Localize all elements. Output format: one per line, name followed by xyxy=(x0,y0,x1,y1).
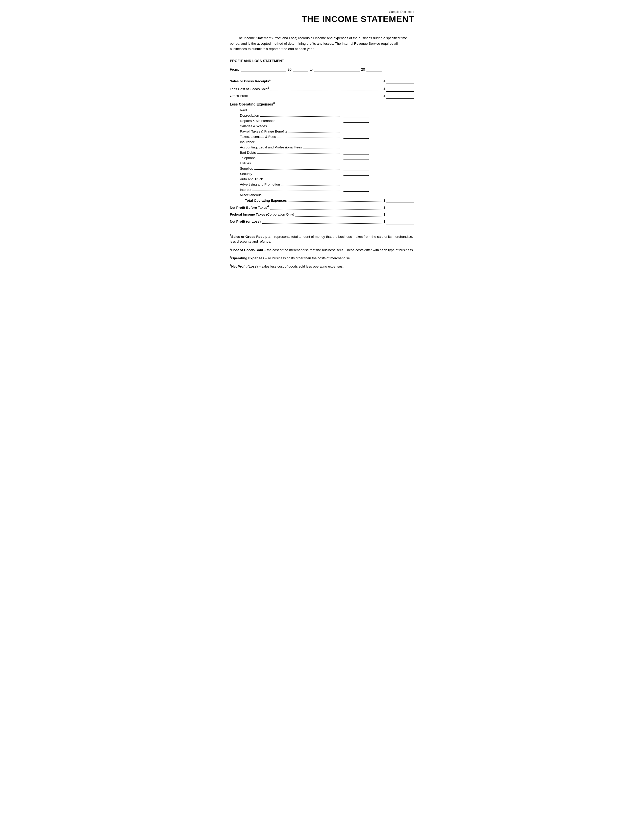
depreciation-row: Depreciation xyxy=(240,113,414,117)
main-rows: Sales or Gross Receipts1 $ Less Cost of … xyxy=(230,77,414,99)
supplies-amount[interactable] xyxy=(343,166,369,170)
cogs-amount[interactable] xyxy=(386,88,414,92)
net-profit-before-taxes-label: Net Profit Before Taxes4 xyxy=(230,204,269,210)
repairs-row: Repairs & Maintenance xyxy=(240,119,414,123)
total-expenses-dollar-field: $ xyxy=(383,198,414,203)
from-label: From: xyxy=(230,68,239,71)
to-label: to xyxy=(310,68,313,71)
accounting-label: Accounting, Legal and Professional Fees xyxy=(240,145,302,149)
repairs-label: Repairs & Maintenance xyxy=(240,119,275,123)
depreciation-amount[interactable] xyxy=(343,113,369,117)
footnote-1-bold: Sales or Gross Receipts xyxy=(231,235,270,238)
accounting-row: Accounting, Legal and Professional Fees xyxy=(240,145,414,149)
auto-amount[interactable] xyxy=(343,177,369,181)
year-label-2: 20 xyxy=(361,68,365,71)
advertising-label: Advertising and Promotion xyxy=(240,182,280,186)
net-profit-loss-amount[interactable] xyxy=(386,220,414,224)
footnote-3-bold: Operating Expenses xyxy=(231,256,264,260)
rent-label: Rent xyxy=(240,108,247,112)
advertising-row: Advertising and Promotion xyxy=(240,182,414,186)
misc-row: Miscellaneous xyxy=(240,193,414,197)
telephone-amount[interactable] xyxy=(343,156,369,160)
cogs-dollar-field: $ xyxy=(383,86,414,92)
salaries-label: Salaries & Wages xyxy=(240,124,267,128)
footnote-4-bold: Net Profit (Loss) xyxy=(231,265,258,269)
expenses-title: Less Operating Expenses3 xyxy=(230,101,414,106)
salaries-row: Salaries & Wages xyxy=(240,124,414,128)
bad-debts-amount[interactable] xyxy=(343,150,369,154)
security-amount[interactable] xyxy=(343,172,369,176)
taxes-label: Taxes, Licenses & Fees xyxy=(240,135,276,138)
payroll-row: Payroll Taxes & Fringe Benefits xyxy=(240,129,414,133)
gross-profit-row: Gross Profit $ xyxy=(230,93,414,99)
from-line: From: 20 to 20 xyxy=(230,68,414,71)
accounting-amount[interactable] xyxy=(343,145,369,149)
to-date-field[interactable] xyxy=(314,68,360,71)
taxes-amount[interactable] xyxy=(343,135,369,138)
insurance-row: Insurance xyxy=(240,140,414,144)
expense-rows: Rent Depreciation Repairs & Maintenance … xyxy=(240,108,414,197)
payroll-label: Payroll Taxes & Fringe Benefits xyxy=(240,130,287,133)
total-expenses-row: Total Operating Expenses $ xyxy=(230,198,414,203)
federal-income-taxes-label: Federal Income Taxes xyxy=(230,212,265,217)
federal-income-taxes-suffix: (Corporation Only) xyxy=(265,212,294,217)
net-profit-before-taxes-dollar: $ xyxy=(383,205,414,211)
cogs-row: Less Cost of Goods Sold2 $ xyxy=(230,85,414,92)
footnote-4: 4Net Profit (Loss) – sales less cost of … xyxy=(230,263,414,269)
total-expenses-label: Total Operating Expenses xyxy=(245,199,287,203)
footnote-2-text: – the cost of the merchandise that the b… xyxy=(263,248,414,252)
gross-profit-dollar-field: $ xyxy=(383,93,414,99)
advertising-amount[interactable] xyxy=(343,182,369,186)
gross-profit-amount[interactable] xyxy=(386,95,414,99)
taxes-row: Taxes, Licenses & Fees xyxy=(240,135,414,138)
security-label: Security xyxy=(240,172,252,176)
total-expenses-amount[interactable] xyxy=(386,198,414,203)
sales-dollar-field: $ xyxy=(383,78,414,84)
section-title: PROFIT AND LOSS STATEMENT xyxy=(230,59,414,63)
salaries-amount[interactable] xyxy=(343,124,369,128)
misc-label: Miscellaneous xyxy=(240,193,262,197)
supplies-row: Supplies xyxy=(240,166,414,170)
interest-amount[interactable] xyxy=(343,188,369,191)
repairs-amount[interactable] xyxy=(343,119,369,123)
to-year-field[interactable] xyxy=(367,68,382,71)
depreciation-label: Depreciation xyxy=(240,114,259,117)
footnote-3-text: – all business costs other than the cost… xyxy=(264,256,351,260)
bad-debts-row: Bad Debts xyxy=(240,150,414,154)
page-title: THE INCOME STATEMENT xyxy=(230,14,414,24)
interest-row: Interest xyxy=(240,188,414,191)
utilities-amount[interactable] xyxy=(343,161,369,165)
rent-row: Rent xyxy=(240,108,414,112)
insurance-amount[interactable] xyxy=(343,140,369,144)
auto-row: Auto and Truck xyxy=(240,177,414,181)
gross-profit-label: Gross Profit xyxy=(230,93,248,99)
misc-amount[interactable] xyxy=(343,193,369,197)
telephone-label: Telephone xyxy=(240,156,256,160)
net-profit-before-taxes-amount[interactable] xyxy=(386,206,414,210)
from-year-field[interactable] xyxy=(293,68,308,71)
sales-amount[interactable] xyxy=(386,80,414,84)
from-date-field[interactable] xyxy=(241,68,286,71)
auto-label: Auto and Truck xyxy=(240,177,263,181)
payroll-amount[interactable] xyxy=(343,129,369,133)
insurance-label: Insurance xyxy=(240,140,255,144)
sample-doc-label: Sample Document xyxy=(230,10,414,14)
net-profit-before-taxes-row: Net Profit Before Taxes4 $ xyxy=(230,204,414,210)
utilities-label: Utilities xyxy=(240,161,251,165)
page-header: Sample Document THE INCOME STATEMENT xyxy=(230,10,414,25)
net-profit-loss-row: Net Profit (or Loss) $ xyxy=(230,219,414,224)
federal-income-taxes-amount[interactable] xyxy=(386,213,414,217)
footnotes-section: 1Sales or Gross Receipts – represents to… xyxy=(230,233,414,269)
sales-label: Sales or Gross Receipts1 xyxy=(230,77,271,84)
telephone-row: Telephone xyxy=(240,156,414,160)
rent-amount[interactable] xyxy=(343,108,369,112)
cogs-label: Less Cost of Goods Sold2 xyxy=(230,85,269,92)
federal-income-taxes-row: Federal Income Taxes (Corporation Only) … xyxy=(230,212,414,217)
bad-debts-label: Bad Debts xyxy=(240,151,256,154)
footnote-4-text: – sales less cost of goods sold less ope… xyxy=(258,265,344,269)
security-row: Security xyxy=(240,172,414,176)
bottom-rows: Net Profit Before Taxes4 $ Federal Incom… xyxy=(230,204,414,224)
intro-paragraph: The Income Statement (Profit and Loss) r… xyxy=(230,35,414,52)
net-profit-loss-dollar: $ xyxy=(383,219,414,224)
footnote-3: 3Operating Expenses – all business costs… xyxy=(230,255,414,261)
